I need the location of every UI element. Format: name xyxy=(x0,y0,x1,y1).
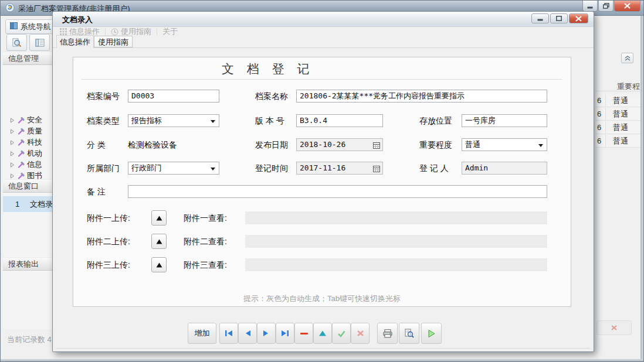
label-publish-date: 发布日期 xyxy=(255,138,288,151)
expand-arrow-icon xyxy=(10,129,15,134)
next-record-icon xyxy=(263,330,270,337)
label-attachment2-upload: 附件二上传: xyxy=(87,235,130,248)
form-title: 文 档 登 记 xyxy=(222,61,314,77)
attachment2-upload-button[interactable] xyxy=(151,234,167,249)
last-record-button[interactable] xyxy=(276,323,294,344)
dialog-bottom-line xyxy=(56,348,590,349)
grid-icon xyxy=(60,28,67,35)
window-frame-bottom xyxy=(1,359,644,361)
cancel-record-button[interactable] xyxy=(351,323,370,344)
table-row[interactable]: 6 普通 xyxy=(595,121,641,134)
background-cancel-button[interactable] xyxy=(596,320,632,335)
table-row[interactable]: 6 普通 xyxy=(595,108,641,121)
play-icon xyxy=(427,329,436,338)
prior-record-icon xyxy=(244,330,251,337)
table-row[interactable]: 6 普通 xyxy=(595,94,641,107)
expand-arrow-icon xyxy=(10,162,15,168)
title-divider xyxy=(82,79,562,80)
archive-name-input[interactable]: 201806-2某某某***党务工作内容报告重要指示 xyxy=(296,90,547,103)
label-version: 版 本 号 xyxy=(255,114,284,127)
archive-type-select[interactable]: 报告指标 xyxy=(128,114,219,127)
calendar-icon[interactable] xyxy=(373,141,380,151)
next-record-button[interactable] xyxy=(257,323,276,344)
label-attachment2-view: 附件二查看: xyxy=(184,235,227,248)
check-icon xyxy=(337,330,345,337)
app-logo-icon xyxy=(5,3,15,15)
upload-triangle-icon xyxy=(155,238,163,245)
system-nav-tab[interactable]: 系统导航 xyxy=(5,19,55,34)
menu-separator xyxy=(157,29,157,35)
upload-triangle-icon xyxy=(155,262,163,268)
label-archive-no: 档案编号 xyxy=(87,90,120,103)
label-location: 存放位置 xyxy=(419,114,452,127)
label-attachment1-upload: 附件一上传: xyxy=(87,211,130,224)
run-button[interactable] xyxy=(421,323,442,344)
upload-triangle-icon xyxy=(155,215,163,221)
dialog-close-button[interactable] xyxy=(569,13,588,23)
tool-icon xyxy=(17,150,25,158)
double-chevron-up-icon xyxy=(625,56,631,61)
last-record-icon xyxy=(281,330,289,337)
prior-record-button[interactable] xyxy=(238,323,257,344)
list-view-button[interactable] xyxy=(29,34,50,51)
print-preview-icon xyxy=(404,329,414,338)
cancel-x-icon xyxy=(611,325,618,331)
tool-icon xyxy=(17,117,25,124)
edit-record-button[interactable] xyxy=(313,323,332,344)
label-archive-name: 档案名称 xyxy=(255,90,288,103)
print-preview-button[interactable] xyxy=(399,323,419,344)
first-record-button[interactable] xyxy=(219,323,238,344)
publish-date-picker[interactable]: 2018-10-26 xyxy=(296,138,383,151)
chevron-down-icon xyxy=(538,144,543,147)
maximize-icon xyxy=(556,16,562,21)
main-restore-button[interactable] xyxy=(598,1,614,12)
restore-icon xyxy=(603,3,609,9)
calendar-icon[interactable] xyxy=(373,165,380,175)
status-record-count: 当前记录数 4 xyxy=(7,334,52,345)
archive-no-input[interactable]: D0003 xyxy=(128,90,219,103)
label-remark: 备 注 xyxy=(87,185,106,198)
nav-square-icon xyxy=(10,22,18,31)
tabstrip-line xyxy=(53,47,594,48)
version-input[interactable]: B3.0.4 xyxy=(296,114,383,127)
print-button[interactable] xyxy=(377,323,398,344)
dialog-title: 文档录入 xyxy=(62,15,93,25)
registrant-field[interactable]: Admin xyxy=(462,162,547,175)
dialog-minimize-button[interactable] xyxy=(531,13,549,23)
main-minimize-button[interactable] xyxy=(582,1,598,12)
window-frame-right xyxy=(640,16,643,362)
attachment3-upload-button[interactable] xyxy=(151,257,167,272)
minimize-icon xyxy=(537,16,543,21)
department-select[interactable]: 行政部门 xyxy=(128,162,219,175)
main-close-button[interactable] xyxy=(614,1,640,12)
edit-triangle-icon xyxy=(318,330,327,337)
close-icon xyxy=(575,16,582,22)
search-document-button[interactable] xyxy=(6,34,27,51)
expand-arrow-icon xyxy=(10,173,15,179)
menu-item-about[interactable]: 关于 xyxy=(162,26,178,37)
dialog-maximize-button[interactable] xyxy=(550,13,568,23)
label-archive-type: 档案类型 xyxy=(87,114,120,127)
category-value: 检测检验设备 xyxy=(128,138,177,151)
clock-icon xyxy=(111,28,118,36)
table-row[interactable]: 6 普通 xyxy=(595,135,641,148)
label-department: 所属部门 xyxy=(87,162,120,175)
document-register-panel: 文 档 登 记 档案编号 D0003 档案名称 201806-2某某某***党务… xyxy=(73,57,571,307)
remark-input[interactable] xyxy=(128,185,547,198)
register-time-picker[interactable]: 2017-11-16 xyxy=(296,162,383,175)
menu-separator xyxy=(105,29,106,35)
tool-icon xyxy=(17,161,25,169)
location-input[interactable]: 一号库房 xyxy=(462,114,547,127)
add-record-button[interactable]: 增加 xyxy=(188,323,216,344)
post-record-button[interactable] xyxy=(332,323,351,344)
tab-info-operation[interactable]: 信息操作 xyxy=(56,35,94,48)
attachment3-view-field xyxy=(245,258,547,271)
row-index: 1 xyxy=(3,200,30,209)
attachment2-view-field xyxy=(245,235,547,248)
chevron-down-icon xyxy=(211,168,215,170)
tab-user-guide[interactable]: 使用指南 xyxy=(94,36,133,47)
attachment1-upload-button[interactable] xyxy=(151,210,167,226)
importance-select[interactable]: 普通 xyxy=(462,138,547,151)
delete-record-button[interactable] xyxy=(294,323,313,344)
collapse-panel-button[interactable] xyxy=(621,53,633,63)
